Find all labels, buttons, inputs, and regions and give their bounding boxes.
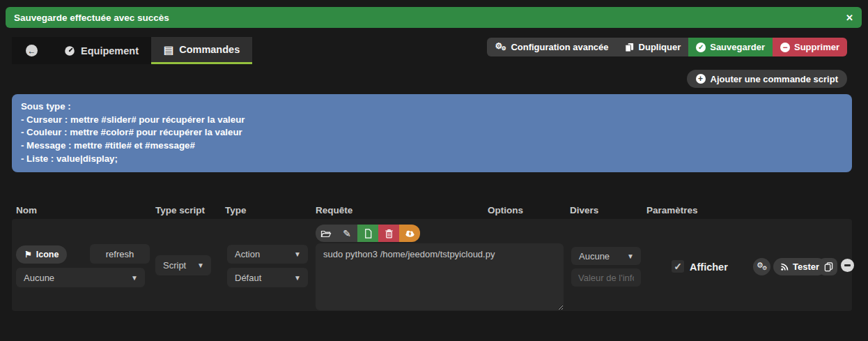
- request-toolbar: ✎: [316, 225, 420, 242]
- subtype-info-box: Sous type : - Curseur : mettre #slider# …: [12, 94, 852, 172]
- command-name-input[interactable]: [90, 244, 150, 264]
- tab-commandes-label: Commandes: [179, 44, 240, 55]
- divers-select-value: Aucune: [579, 251, 610, 262]
- test-button-label: Tester: [793, 262, 819, 272]
- display-checkbox[interactable]: ✓: [672, 260, 684, 273]
- edit-script-button[interactable]: ✎: [336, 225, 357, 242]
- duplicate-icon: [823, 262, 834, 272]
- icon-picker-label: Icone: [36, 250, 59, 259]
- column-header-requete: Requête: [316, 205, 352, 215]
- advanced-config-button[interactable]: ⚙⚙ Configuration avancée: [487, 38, 616, 56]
- caret-down-icon: ▼: [294, 274, 301, 282]
- flag-icon: ⚑: [24, 250, 32, 259]
- tab-commandes[interactable]: ▤ Commandes: [151, 37, 252, 64]
- add-script-command-label: Ajouter une commande script: [711, 74, 838, 84]
- save-label: Sauvegarder: [710, 42, 765, 52]
- info-line: Sous type :: [21, 100, 843, 114]
- column-header-nom: Nom: [16, 205, 37, 215]
- plus-circle-icon: +: [696, 74, 706, 84]
- folder-open-icon: [320, 228, 332, 239]
- remove-command-button[interactable]: [841, 259, 854, 272]
- copy-icon: [624, 42, 635, 53]
- column-header-type: Type: [225, 205, 247, 215]
- tab-equipement-label: Equipement: [81, 45, 139, 56]
- save-button[interactable]: ✓ Sauvegarder: [688, 38, 773, 56]
- duplicate-label: Dupliquer: [639, 42, 681, 52]
- caret-down-icon: ▼: [131, 274, 138, 282]
- command-settings-button[interactable]: ⚙ ⚙: [753, 258, 770, 275]
- delete-button[interactable]: − Supprimer: [773, 38, 847, 56]
- column-header-type-script: Type script: [155, 205, 205, 215]
- success-banner-message: Sauvegarde effectuée avec succès: [14, 13, 169, 23]
- arrow-left-circle-icon: ←: [26, 45, 38, 56]
- minus-icon: [844, 264, 851, 266]
- type-select-value: Action: [235, 249, 260, 259]
- browse-files-button[interactable]: [316, 225, 336, 242]
- delete-label: Supprimer: [794, 42, 839, 52]
- icon-picker-button[interactable]: ⚑ Icone: [16, 245, 67, 264]
- column-header-divers: Divers: [570, 205, 598, 215]
- logical-id-select[interactable]: Aucune ▼: [16, 268, 145, 287]
- caret-down-icon: ▼: [294, 250, 301, 258]
- tab-bar: ← Equipement ▤ Commandes: [12, 37, 252, 64]
- success-banner: Sauvegarde effectuée avec succès ✕: [6, 7, 862, 28]
- info-line: - Message : mettre #title# et #message#: [21, 139, 843, 153]
- close-icon[interactable]: ✕: [846, 13, 853, 23]
- info-value-input[interactable]: [571, 268, 641, 287]
- display-checkbox-label: Afficher: [690, 262, 728, 273]
- request-textarea[interactable]: sudo python3 /home/jeedom/tstpyicloud.py: [316, 243, 564, 310]
- caret-down-icon: ▼: [627, 252, 634, 260]
- minus-circle-icon: −: [780, 43, 790, 52]
- check-circle-icon: ✓: [696, 43, 706, 52]
- info-line: - Curseur : mettre #slider# pour récupér…: [21, 114, 843, 127]
- tab-equipement[interactable]: Equipement: [52, 37, 151, 64]
- dashboard-icon: [64, 45, 75, 56]
- check-icon: ✓: [674, 261, 682, 272]
- table-icon: ▤: [164, 45, 173, 55]
- back-button[interactable]: ←: [12, 37, 52, 64]
- column-header-options: Options: [488, 205, 523, 215]
- advanced-config-label: Configuration avancée: [511, 42, 608, 52]
- logical-id-select-value: Aucune: [24, 273, 54, 283]
- trash-icon: [384, 228, 394, 239]
- cloud-upload-icon: [404, 228, 416, 239]
- column-header-parametres: Paramètres: [646, 205, 698, 215]
- type-script-select[interactable]: Script ▼: [155, 255, 211, 275]
- divers-select[interactable]: Aucune ▼: [571, 247, 641, 265]
- duplicate-command-button[interactable]: [819, 258, 837, 275]
- edit-icon: ✎: [343, 229, 351, 238]
- test-button[interactable]: Tester: [773, 258, 826, 275]
- action-button-group: ⚙⚙ Configuration avancée Dupliquer ✓ Sau…: [487, 38, 847, 56]
- file-icon: [363, 228, 373, 239]
- command-row: ✎ ⚑ Icone Aucune ▼ Script ▼ A: [12, 219, 852, 311]
- upload-button[interactable]: [399, 225, 420, 242]
- caret-down-icon: ▼: [197, 262, 204, 269]
- type-script-select-value: Script: [163, 260, 186, 271]
- gear-icon: ⚙: [762, 266, 767, 271]
- info-line: - Liste : value|display;: [21, 153, 843, 166]
- gears-icon: ⚙⚙: [495, 42, 506, 52]
- new-file-button[interactable]: [357, 225, 378, 242]
- subtype-select[interactable]: Défaut ▼: [227, 268, 308, 287]
- add-script-command-button[interactable]: + Ajouter une commande script: [687, 70, 847, 88]
- type-select[interactable]: Action ▼: [227, 245, 308, 264]
- rss-icon: [780, 262, 789, 271]
- delete-file-button[interactable]: [378, 225, 399, 242]
- subtype-select-value: Défaut: [235, 273, 261, 283]
- info-line: - Couleur : mettre #color# pour récupére…: [21, 126, 843, 139]
- duplicate-button[interactable]: Dupliquer: [617, 38, 689, 56]
